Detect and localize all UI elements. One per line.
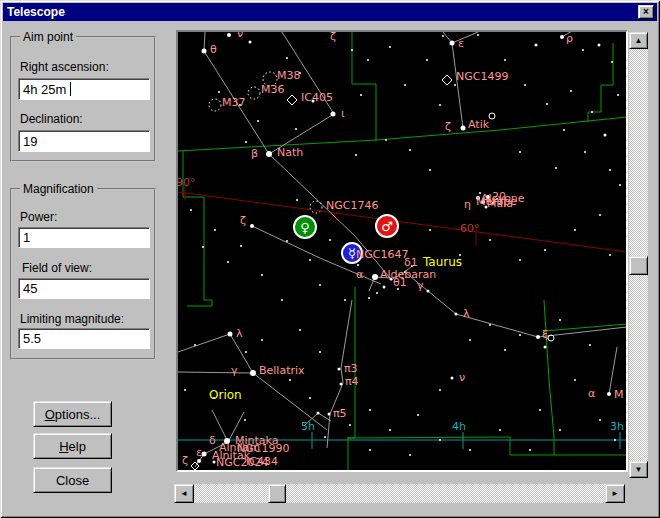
star [357,264,359,266]
star [368,297,370,299]
star [489,239,491,241]
map-label: 90° [178,176,196,189]
star [426,59,428,61]
map-label: Atik [468,118,490,131]
star [519,151,521,153]
map-label: δ [209,434,216,447]
close-icon[interactable]: × [638,5,654,19]
map-label: Aldebaran [380,268,436,281]
scroll-right-icon[interactable]: ► [605,484,625,503]
star [309,259,311,261]
limiting-magnitude-label: Limiting magnitude: [20,312,124,326]
star [477,34,479,36]
scroll-up-icon[interactable]: ▲ [629,32,648,49]
map-label: ξ [542,328,548,341]
limiting-magnitude-input[interactable] [18,328,150,349]
map-label: γ [231,364,238,377]
power-fieldwrap [18,227,150,248]
magnification-group: Magnification Power: Field of view: Limi… [10,188,156,360]
star [427,290,430,293]
vertical-scrollbar[interactable]: ▲ ▼ [629,32,648,478]
star [324,436,326,438]
star [555,167,557,169]
aim-point-group: Aim point Right ascension: Declination: [10,36,156,162]
star [607,392,611,396]
map-label: θ1 [393,276,407,289]
map-label: α [588,387,595,400]
star [250,370,256,376]
star [609,254,611,256]
star [338,368,341,371]
map-label: Orion [209,388,242,402]
star [351,49,353,51]
map-label: Taurus [422,255,462,269]
map-label: 4h [452,420,466,433]
map-label: NGC1499 [456,70,508,83]
declination-label: Declination: [20,112,83,126]
map-label: ν [237,32,243,40]
star [319,351,321,353]
star [519,334,521,336]
star [261,274,263,276]
map-label: λ [236,327,243,340]
field-of-view-input[interactable] [18,278,150,299]
star [194,344,196,346]
star [504,59,506,61]
map-label: Nath [277,146,303,159]
star [319,284,321,286]
star [296,199,298,201]
star [469,449,471,451]
star [442,35,444,37]
map-label: 3h [610,420,624,433]
star [317,412,320,415]
right-ascension-input[interactable] [18,78,150,100]
title-bar[interactable]: Telescope × [3,3,657,21]
star [429,169,431,171]
close-button[interactable]: Close [33,467,112,493]
map-label: θ [210,43,217,56]
star [584,151,586,153]
star [369,409,371,411]
scroll-left-icon[interactable]: ◄ [174,484,194,503]
star [570,90,572,92]
star [245,141,247,143]
field-of-view-fieldwrap [18,278,150,299]
star [409,149,411,151]
vertical-scroll-thumb[interactable] [629,256,648,275]
map-label: ζ [182,454,188,467]
declination-input[interactable] [18,130,150,152]
star [218,91,220,93]
power-label: Power: [20,210,57,224]
map-label: IC405 [301,91,333,104]
mercury-symbol-icon: ☿ [348,246,356,261]
star [461,126,466,131]
star [355,154,357,156]
star [286,240,288,242]
help-button[interactable]: Help [33,433,112,459]
scroll-down-icon[interactable]: ▼ [629,461,648,478]
map-label: ρ [566,32,573,45]
star [469,339,471,341]
options-button[interactable]: Options... [33,401,112,427]
window-title: Telescope [7,5,65,19]
limiting-magnitude-fieldwrap [18,328,150,349]
star [250,224,254,228]
mars-symbol-icon: ♂ [381,219,393,234]
star [574,379,576,381]
telescope-window: Telescope × Aim point Right ascension: D… [0,0,660,518]
star [489,324,491,326]
declination-fieldwrap [18,130,150,152]
star [257,120,259,122]
star [450,41,455,46]
star [309,397,311,399]
magnification-legend: Magnification [20,182,97,196]
map-label: ε [196,446,202,459]
map-label: NGC1746 [326,199,378,212]
star-map[interactable]: ♀♂☿νθζM38M36M37IC405ιερNGC1499ζAtikβNath… [178,32,626,470]
text-caret [70,82,71,96]
star [202,49,207,54]
power-input[interactable] [18,227,150,248]
horizontal-scrollbar[interactable]: ◄ ► [174,484,625,503]
horizontal-scroll-thumb[interactable] [268,484,286,503]
star [563,129,565,131]
